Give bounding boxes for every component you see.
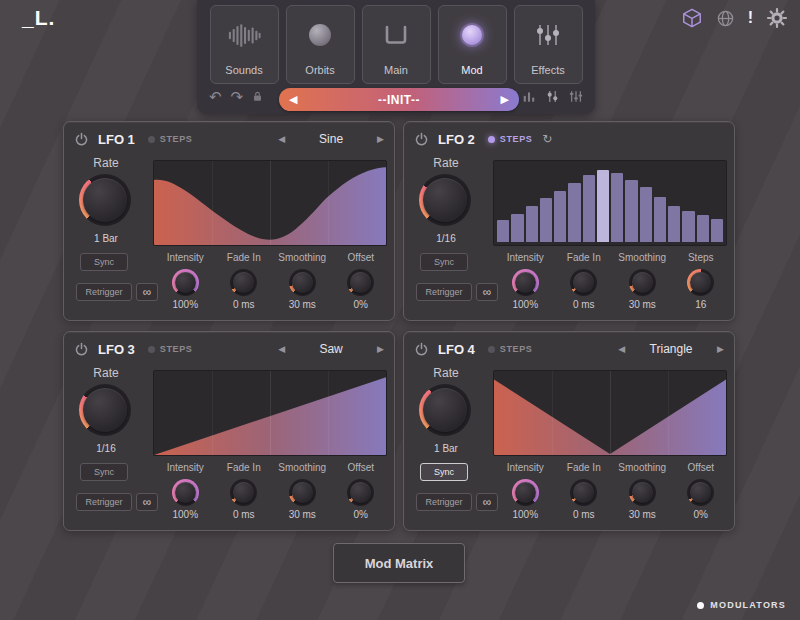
sync-button[interactable]: Sync [420,463,468,481]
mixer-sliders-icon[interactable] [546,90,559,105]
step-bar[interactable] [568,183,580,242]
warning-icon[interactable]: ! [748,10,753,26]
waveform-display[interactable] [153,160,387,246]
intensity-knob[interactable] [172,479,199,506]
rate-knob[interactable] [79,174,131,226]
intensity-knob[interactable] [512,479,539,506]
gear-icon[interactable] [766,7,788,29]
smoothing-knob[interactable] [289,269,316,296]
faders-icon[interactable] [569,90,583,105]
steps-toggle[interactable]: STEPS [148,134,193,144]
retrigger-button[interactable]: Retrigger [76,283,132,301]
waveform-display[interactable] [493,370,727,456]
intensity-knob[interactable] [512,269,539,296]
fadein-knob[interactable] [570,269,597,296]
wave-name: Triangle [645,342,697,356]
power-icon[interactable] [74,341,90,357]
waveform-display[interactable] [153,370,387,456]
wave-next-icon[interactable]: ▶ [717,345,724,354]
power-icon[interactable] [414,131,430,147]
tab-main[interactable]: Main [362,5,431,84]
loop-infinity-icon[interactable]: ∞ [136,283,158,301]
power-icon[interactable] [74,131,90,147]
fadein-knob[interactable] [230,269,257,296]
wave-prev-icon[interactable]: ◀ [278,345,285,354]
retrigger-button[interactable]: Retrigger [416,283,472,301]
steps-label: STEPS [160,344,193,354]
retrigger-button[interactable]: Retrigger [76,493,132,511]
modulators-led [697,602,704,609]
knob-label: Intensity [167,252,204,266]
tab-effects[interactable]: Effects [514,5,583,84]
loop-infinity-icon[interactable]: ∞ [136,493,158,511]
mod-matrix-button[interactable]: Mod Matrix [333,543,465,583]
tab-sounds[interactable]: Sounds [210,5,279,84]
fadein-knob[interactable] [570,479,597,506]
rate-value: 1/16 [72,443,140,454]
step-bar[interactable] [697,215,709,242]
lock-icon[interactable] [252,89,263,104]
knob-label: Intensity [167,462,204,476]
sync-button[interactable]: Sync [80,463,128,481]
steps-display[interactable] [493,160,727,246]
sync-button[interactable]: Sync [420,253,468,271]
preset-name[interactable]: --INIT-- [378,93,420,107]
refresh-icon[interactable]: ↻ [542,133,552,145]
step-bar[interactable] [597,170,609,242]
loop-infinity-icon[interactable]: ∞ [476,493,498,511]
step-bar[interactable] [497,220,509,242]
step-bar[interactable] [511,214,523,242]
undo-icon[interactable]: ↶ [209,89,222,104]
levels-icon[interactable] [522,90,536,105]
sounds-waveform-icon [227,6,261,64]
smoothing-knob[interactable] [289,479,316,506]
steps-toggle[interactable]: STEPS [488,344,533,354]
step-bar[interactable] [640,187,652,242]
steps-toggle[interactable]: STEPS [488,134,533,144]
app-logo: _L. [22,6,55,30]
preset-prev-button[interactable]: ◀ [289,94,297,105]
steps-knob[interactable] [687,269,714,296]
step-bar[interactable] [583,175,595,242]
step-bar[interactable] [668,206,680,242]
offset-knob[interactable] [347,269,374,296]
preset-next-button[interactable]: ▶ [501,94,509,105]
tab-orbits[interactable]: Orbits [286,5,355,84]
power-icon[interactable] [414,341,430,357]
step-bar[interactable] [611,173,623,242]
rate-knob[interactable] [79,384,131,436]
rate-knob[interactable] [419,174,471,226]
offset-knob[interactable] [347,479,374,506]
intensity-knob[interactable] [172,269,199,296]
step-bar[interactable] [540,198,552,242]
loop-infinity-icon[interactable]: ∞ [476,283,498,301]
lfo-title: LFO 1 [98,132,135,147]
step-bar[interactable] [554,191,566,242]
wave-next-icon[interactable]: ▶ [377,135,384,144]
wave-next-icon[interactable]: ▶ [377,345,384,354]
smoothing-knob[interactable] [629,479,656,506]
wave-prev-icon[interactable]: ◀ [618,345,625,354]
redo-icon[interactable]: ↷ [231,89,244,104]
wave-prev-icon[interactable]: ◀ [278,135,285,144]
rate-knob[interactable] [419,384,471,436]
step-bar[interactable] [654,197,666,242]
smoothing-knob[interactable] [629,269,656,296]
retrigger-button[interactable]: Retrigger [416,493,472,511]
globe-icon[interactable] [716,9,735,28]
wave-selector: ◀ Saw ▶ [278,342,384,356]
steps-toggle[interactable]: STEPS [148,344,193,354]
step-bar[interactable] [625,180,637,242]
fadein-knob-group: Fade In 0 ms [215,462,274,528]
rate-value: 1 Bar [412,443,480,454]
step-bar[interactable] [711,219,723,242]
tab-mod[interactable]: Mod [438,5,507,84]
offset-knob[interactable] [687,479,714,506]
fadein-knob[interactable] [230,479,257,506]
sync-button[interactable]: Sync [80,253,128,271]
lfo2-panel: LFO 2 STEPS ↻ Rate 1/16 Sync Retrigger ∞… [403,121,735,321]
steps-label: STEPS [500,344,533,354]
step-bar[interactable] [526,206,538,242]
step-bar[interactable] [682,211,694,242]
cube-icon[interactable] [681,7,703,29]
